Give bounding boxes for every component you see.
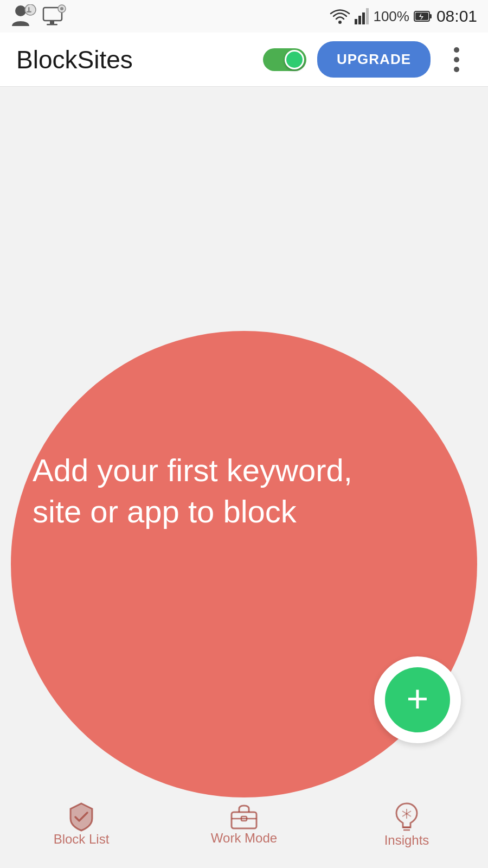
screen-record-icon [42, 4, 66, 28]
svg-point-8 [60, 7, 63, 10]
toggle-thumb [286, 52, 303, 68]
fab-container: + [374, 656, 461, 743]
svg-rect-5 [50, 21, 54, 24]
battery-percentage: 100% [373, 8, 409, 25]
nav-item-work-mode[interactable]: Work Mode [163, 792, 325, 868]
toggle-container[interactable] [263, 48, 306, 71]
nav-label-insights: Insights [384, 833, 429, 848]
shield-icon [68, 802, 95, 832]
svg-point-0 [15, 5, 26, 16]
app-title: BlockSites [16, 45, 263, 74]
svg-rect-15 [429, 14, 432, 18]
battery-charging-icon [414, 9, 432, 23]
nav-item-block-list[interactable]: Block List [0, 792, 163, 868]
nav-label-block-list: Block List [54, 832, 110, 847]
lightbulb-icon [394, 801, 419, 833]
add-block-button[interactable]: + [385, 667, 450, 732]
svg-point-18 [454, 47, 459, 53]
status-bar: 100% 08:01 [0, 0, 488, 33]
svg-point-20 [454, 67, 459, 72]
svg-rect-10 [355, 19, 357, 24]
person-notification-icon [11, 4, 37, 28]
empty-state-text: Add your first keyword, site or app to b… [33, 450, 369, 532]
status-time: 08:01 [436, 7, 477, 25]
svg-point-9 [338, 21, 342, 24]
signal-icon [355, 8, 369, 24]
svg-point-19 [454, 57, 459, 62]
app-header: BlockSites UPGRADE [0, 33, 488, 87]
nav-item-insights[interactable]: Insights [325, 792, 488, 868]
svg-rect-11 [358, 16, 361, 24]
briefcase-icon [229, 803, 259, 831]
svg-rect-6 [47, 24, 57, 25]
status-bar-right: 100% 08:01 [330, 7, 477, 25]
wifi-icon [330, 8, 350, 24]
nav-label-work-mode: Work Mode [211, 831, 277, 846]
bottom-nav: Block List Work Mode Insights [0, 781, 488, 868]
main-content: Add your first keyword, site or app to b… [0, 87, 488, 868]
more-menu-button[interactable] [441, 44, 472, 75]
plus-icon: + [407, 680, 429, 718]
status-bar-left [11, 4, 66, 28]
svg-rect-3 [27, 11, 31, 13]
svg-rect-12 [362, 12, 365, 24]
svg-rect-13 [366, 8, 369, 24]
enable-toggle[interactable] [263, 48, 306, 71]
upgrade-button[interactable]: UPGRADE [317, 41, 431, 78]
more-vertical-icon [447, 44, 466, 75]
svg-point-1 [25, 4, 36, 15]
